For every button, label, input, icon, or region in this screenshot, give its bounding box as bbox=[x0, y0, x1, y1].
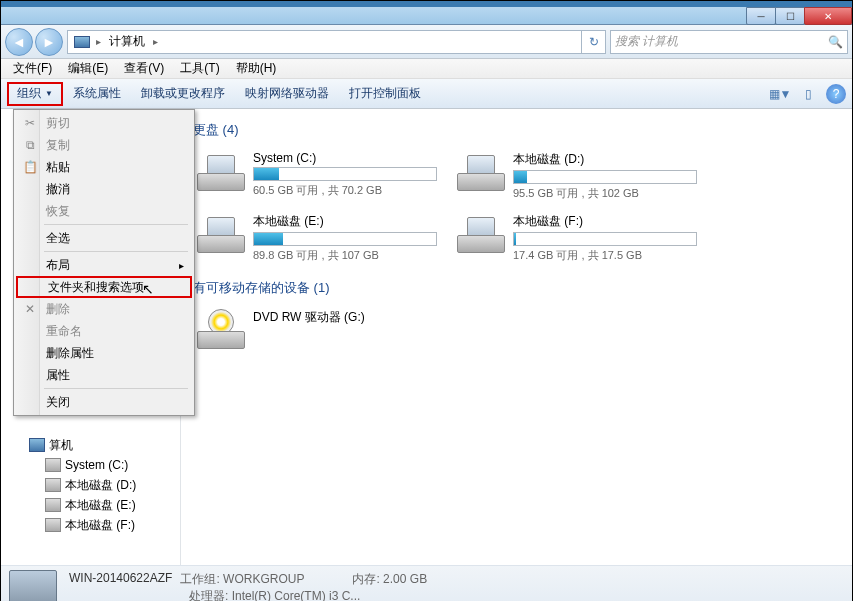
cursor-icon: ↖ bbox=[142, 281, 154, 297]
menu-delete[interactable]: ✕删除 bbox=[16, 298, 192, 320]
path-segment-computer[interactable]: 计算机 bbox=[103, 31, 151, 53]
drive-name: 本地磁盘 (E:) bbox=[253, 213, 437, 230]
menu-paste[interactable]: 📋粘贴 bbox=[16, 156, 192, 178]
drive-item[interactable]: 本地磁盘 (E:) 89.8 GB 可用 , 共 107 GB bbox=[193, 209, 441, 267]
drive-usage-bar bbox=[513, 170, 697, 184]
menu-copy[interactable]: ⧉复制 bbox=[16, 134, 192, 156]
tree-item-drive-c[interactable]: System (C:) bbox=[1, 455, 180, 475]
close-button[interactable]: ✕ bbox=[804, 7, 852, 25]
minimize-button[interactable]: ─ bbox=[746, 7, 776, 25]
computer-icon bbox=[29, 438, 45, 452]
menu-help[interactable]: 帮助(H) bbox=[228, 59, 285, 78]
menu-edit[interactable]: 编辑(E) bbox=[60, 59, 116, 78]
tree-item-drive-f[interactable]: 本地磁盘 (F:) bbox=[1, 515, 180, 535]
drive-stat: 95.5 GB 可用 , 共 102 GB bbox=[513, 186, 697, 201]
path-arrow-icon: ▸ bbox=[151, 36, 160, 47]
drive-item[interactable]: System (C:) 60.5 GB 可用 , 共 70.2 GB bbox=[193, 147, 441, 205]
search-input[interactable]: 搜索 计算机 🔍 bbox=[610, 30, 848, 54]
menu-close[interactable]: 关闭 bbox=[16, 391, 192, 413]
menu-folder-options[interactable]: 文件夹和搜索选项↖ bbox=[16, 276, 192, 298]
toolbar: 组织▼ 系统属性 卸载或更改程序 映射网络驱动器 打开控制面板 ▦▼ ▯ ? bbox=[1, 79, 852, 109]
drive-item[interactable]: 本地磁盘 (D:) 95.5 GB 可用 , 共 102 GB bbox=[453, 147, 701, 205]
chevron-down-icon: ▼ bbox=[45, 89, 53, 98]
refresh-button[interactable]: ↻ bbox=[582, 30, 606, 54]
back-button[interactable]: ◄ bbox=[5, 28, 33, 56]
drive-icon bbox=[197, 213, 245, 253]
menu-tools[interactable]: 工具(T) bbox=[172, 59, 227, 78]
group-removable[interactable]: 有可移动存储的设备 (1) bbox=[193, 279, 840, 297]
details-pane: WIN-20140622AZF 工作组: WORKGROUP 内存: 2.00 … bbox=[1, 565, 852, 601]
submenu-arrow-icon: ▸ bbox=[179, 260, 184, 271]
drive-icon bbox=[45, 518, 61, 532]
drive-icon bbox=[197, 151, 245, 191]
drive-icon bbox=[457, 151, 505, 191]
computer-large-icon bbox=[9, 570, 57, 602]
menu-properties[interactable]: 属性 bbox=[16, 364, 192, 386]
menu-bar: 文件(F) 编辑(E) 查看(V) 工具(T) 帮助(H) bbox=[1, 59, 852, 79]
uninstall-programs-button[interactable]: 卸载或更改程序 bbox=[131, 82, 235, 106]
menu-file[interactable]: 文件(F) bbox=[5, 59, 60, 78]
help-button[interactable]: ? bbox=[826, 84, 846, 104]
drive-name: DVD RW 驱动器 (G:) bbox=[253, 309, 437, 326]
tree-item-drive-d[interactable]: 本地磁盘 (D:) bbox=[1, 475, 180, 495]
computer-name: WIN-20140622AZF bbox=[69, 571, 172, 588]
nav-bar: ◄ ► ▸ 计算机 ▸ ↻ 搜索 计算机 🔍 bbox=[1, 25, 852, 59]
cut-icon: ✂ bbox=[22, 116, 38, 130]
preview-pane-button[interactable]: ▯ bbox=[798, 84, 818, 104]
tree-item-drive-e[interactable]: 本地磁盘 (E:) bbox=[1, 495, 180, 515]
content-area: 更盘 (4) System (C:) 60.5 GB 可用 , 共 70.2 G… bbox=[181, 109, 852, 565]
tree-item-computer[interactable]: 算机 bbox=[1, 435, 180, 455]
drive-stat: 89.8 GB 可用 , 共 107 GB bbox=[253, 248, 437, 263]
drive-icon bbox=[45, 498, 61, 512]
organize-button[interactable]: 组织▼ bbox=[7, 82, 63, 106]
dvd-icon bbox=[197, 309, 245, 349]
paste-icon: 📋 bbox=[22, 160, 38, 174]
delete-icon: ✕ bbox=[22, 302, 38, 316]
drive-stat: 17.4 GB 可用 , 共 17.5 GB bbox=[513, 248, 697, 263]
drive-icon bbox=[457, 213, 505, 253]
drive-usage-bar bbox=[253, 232, 437, 246]
drive-icon bbox=[45, 478, 61, 492]
address-bar[interactable]: ▸ 计算机 ▸ bbox=[67, 30, 582, 54]
path-arrow-icon: ▸ bbox=[94, 36, 103, 47]
menu-rename[interactable]: 重命名 bbox=[16, 320, 192, 342]
menu-view[interactable]: 查看(V) bbox=[116, 59, 172, 78]
menu-remove-properties[interactable]: 删除属性 bbox=[16, 342, 192, 364]
drive-item[interactable]: 本地磁盘 (F:) 17.4 GB 可用 , 共 17.5 GB bbox=[453, 209, 701, 267]
control-panel-button[interactable]: 打开控制面板 bbox=[339, 82, 431, 106]
menu-cut[interactable]: ✂剪切 bbox=[16, 112, 192, 134]
organize-menu: ✂剪切 ⧉复制 📋粘贴 撤消 恢复 全选 布局▸ 文件夹和搜索选项↖ ✕删除 重… bbox=[13, 109, 195, 416]
group-hard-disks[interactable]: 更盘 (4) bbox=[193, 121, 840, 139]
copy-icon: ⧉ bbox=[22, 138, 38, 152]
system-properties-button[interactable]: 系统属性 bbox=[63, 82, 131, 106]
menu-undo[interactable]: 撤消 bbox=[16, 178, 192, 200]
search-icon: 🔍 bbox=[828, 35, 843, 49]
search-placeholder: 搜索 计算机 bbox=[615, 33, 678, 50]
drive-usage-bar bbox=[253, 167, 437, 181]
forward-button[interactable]: ► bbox=[35, 28, 63, 56]
computer-icon bbox=[74, 36, 90, 48]
drive-stat: 60.5 GB 可用 , 共 70.2 GB bbox=[253, 183, 437, 198]
menu-layout[interactable]: 布局▸ bbox=[16, 254, 192, 276]
maximize-button[interactable]: ☐ bbox=[775, 7, 805, 25]
title-bar: ─ ☐ ✕ bbox=[1, 7, 852, 25]
drive-name: 本地磁盘 (F:) bbox=[513, 213, 697, 230]
drive-name: 本地磁盘 (D:) bbox=[513, 151, 697, 168]
drive-item-dvd[interactable]: DVD RW 驱动器 (G:) bbox=[193, 305, 441, 353]
drive-icon bbox=[45, 458, 61, 472]
menu-select-all[interactable]: 全选 bbox=[16, 227, 192, 249]
view-mode-button[interactable]: ▦▼ bbox=[770, 84, 790, 104]
drive-name: System (C:) bbox=[253, 151, 437, 165]
drive-usage-bar bbox=[513, 232, 697, 246]
map-drive-button[interactable]: 映射网络驱动器 bbox=[235, 82, 339, 106]
menu-redo[interactable]: 恢复 bbox=[16, 200, 192, 222]
